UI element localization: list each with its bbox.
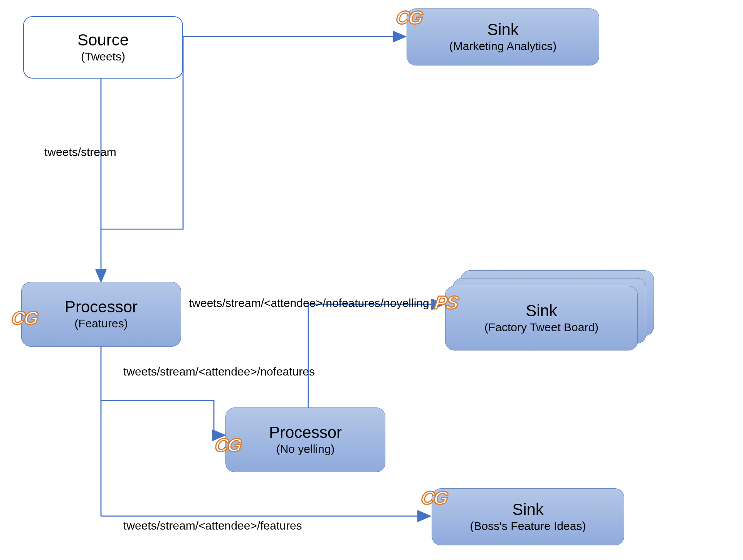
node-sink-factory-title: Sink	[526, 302, 557, 320]
node-sink-boss: Sink (Boss's Feature Ideas)	[432, 488, 624, 545]
node-sink-factory-subtitle: (Factory Tweet Board)	[484, 320, 598, 334]
node-processor-features-title: Processor	[65, 298, 138, 316]
node-sink-marketing-subtitle: (Marketing Analytics)	[449, 39, 556, 53]
node-processor-noyelling: Processor (No yelling)	[225, 407, 385, 472]
node-sink-boss-title: Sink	[512, 501, 544, 518]
node-sink-boss-subtitle: (Boss's Feature Ideas)	[470, 519, 586, 533]
node-sink-marketing: Sink (Marketing Analytics)	[407, 8, 599, 65]
edge-label-noyelling: tweets/stream/<attendee>/nofeatures/noye…	[189, 297, 429, 310]
node-processor-noyelling-subtitle: (No yelling)	[276, 442, 335, 456]
node-source: Source (Tweets)	[23, 16, 183, 79]
node-processor-features-subtitle: (Features)	[74, 317, 128, 330]
node-processor-noyelling-title: Processor	[269, 424, 342, 441]
edge-label-stream: tweets/stream	[44, 146, 116, 159]
node-source-subtitle: (Tweets)	[81, 50, 125, 64]
edge-label-nofeatures: tweets/stream/<attendee>/nofeatures	[123, 365, 315, 378]
node-sink-marketing-title: Sink	[487, 21, 519, 39]
node-sink-factory: Sink (Factory Tweet Board)	[445, 286, 638, 350]
node-source-title: Source	[77, 31, 129, 49]
node-processor-features: Processor (Features)	[21, 282, 181, 347]
edge-label-features: tweets/stream/<attendee>/features	[123, 519, 302, 532]
